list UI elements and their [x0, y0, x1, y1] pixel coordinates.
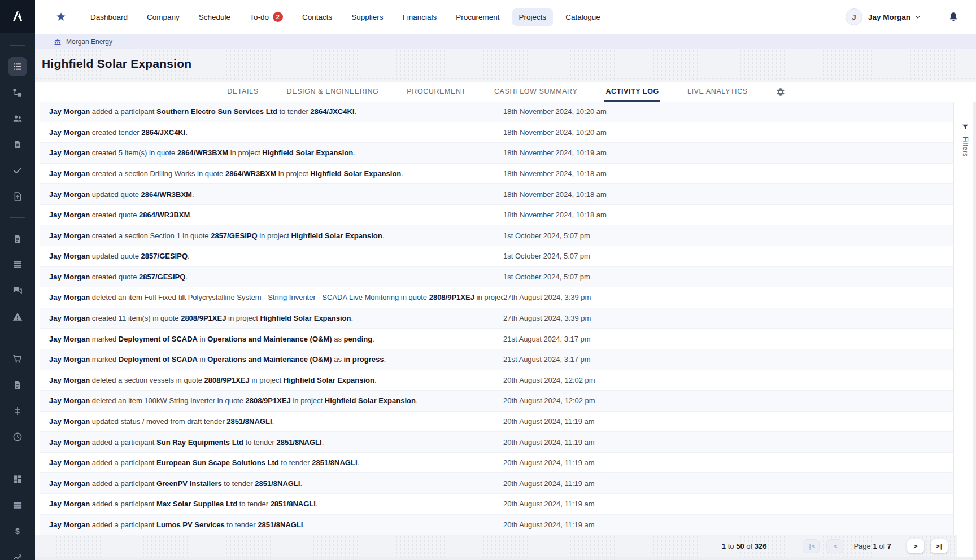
activity-text: Jay Morgan deleted an item Full Fixed-ti… [49, 293, 503, 301]
sidebar-item-file-upload[interactable] [8, 187, 27, 206]
app-logo[interactable] [0, 0, 35, 33]
activity-text: Jay Morgan created a section Drilling Wo… [49, 169, 503, 178]
activity-text: Jay Morgan deleted an item 100kW String … [49, 396, 503, 405]
filters-label: Filters [961, 137, 969, 156]
nav-item-dashboard[interactable]: Dashboard [84, 8, 134, 26]
nav-item-to-do[interactable]: To-do2 [243, 7, 290, 27]
activity-list-icon [12, 61, 23, 72]
nav-item-financials[interactable]: Financials [395, 8, 443, 26]
tab-design-engineering[interactable]: DESIGN & ENGINEERING [286, 82, 380, 102]
sidebar-item-dashboard[interactable] [8, 470, 27, 489]
top-bar: DashboardCompanyScheduleTo-do2ContactsSu… [35, 0, 976, 34]
nav-item-procurement[interactable]: Procurement [449, 8, 506, 26]
breadcrumb-company[interactable]: Morgan Energy [66, 38, 112, 46]
tab-cashflow-summary[interactable]: CASHFLOW SUMMARY [493, 82, 579, 102]
activity-text: Jay Morgan updated quote 2864/WR3BXM. [49, 190, 503, 199]
activity-timestamp: 20th August 2024, 12:02 pm [503, 396, 595, 405]
tab-details[interactable]: DETAILS [226, 82, 259, 102]
activity-timestamp: 1st October 2024, 5:07 pm [503, 252, 590, 260]
sidebar-item-trend[interactable] [8, 548, 27, 560]
nav-item-projects[interactable]: Projects [512, 8, 554, 26]
invoice-icon [12, 379, 23, 391]
pagination-of-word: of [746, 542, 752, 550]
sidebar-item-tune[interactable] [8, 401, 27, 421]
sidebar-item-invoice[interactable] [8, 375, 27, 395]
activity-row: Jay Morgan marked Deployment of SCADA in… [40, 329, 953, 349]
activity-row: Jay Morgan added a participant Southern … [40, 102, 953, 123]
document-alt-icon [12, 233, 23, 244]
user-avatar[interactable]: J [846, 8, 862, 25]
first-page-button[interactable]: |< [803, 539, 820, 553]
activity-timestamp: 18th November 2024, 10:20 am [503, 107, 607, 116]
activity-timestamp: 27th August 2024, 3:39 pm [503, 293, 591, 301]
favorite-star-icon[interactable] [55, 11, 67, 23]
prev-page-button[interactable]: < [826, 539, 843, 553]
activity-timestamp: 20th August 2024, 11:19 am [503, 520, 595, 529]
breadcrumb: Morgan Energy [35, 34, 976, 49]
pagination-total: 326 [755, 542, 767, 550]
sidebar-item-document[interactable] [8, 135, 27, 154]
next-page-button[interactable]: > [907, 539, 924, 553]
activity-row: Jay Morgan created 11 item(s) in quote 2… [40, 308, 953, 329]
tab-settings-button[interactable] [776, 82, 785, 102]
sidebar-item-document-alt[interactable] [8, 229, 27, 248]
activity-timestamp: 18th November 2024, 10:18 am [503, 190, 607, 199]
page-title: Highfield Solar Expansion [42, 57, 976, 71]
nav-item-schedule[interactable]: Schedule [192, 8, 237, 26]
page-header: Highfield Solar Expansion [35, 49, 976, 82]
activity-timestamp: 18th November 2024, 10:18 am [503, 211, 607, 219]
page-indicator: Page 1 of 7 [853, 542, 891, 550]
sidebar-item-finance-dollar[interactable]: $ [8, 522, 27, 541]
tab-activity-log[interactable]: ACTIVITY LOG [604, 82, 660, 102]
nav-item-company[interactable]: Company [140, 8, 186, 26]
sidebar-item-tasks-check[interactable] [8, 161, 27, 180]
chevron-down-icon[interactable] [914, 13, 922, 21]
activity-text: Jay Morgan added a participant GreenPV I… [49, 479, 503, 488]
activity-row: Jay Morgan created tender 2864/JXC4KI.18… [40, 123, 953, 143]
sidebar-item-rows[interactable] [8, 255, 27, 274]
nav-item-label: Catalogue [565, 13, 600, 21]
logo-mark-icon [10, 9, 25, 24]
activity-timestamp: 1st October 2024, 5:07 pm [503, 273, 590, 281]
page-total: 7 [887, 542, 891, 550]
sidebar-item-table[interactable] [8, 496, 27, 515]
activity-text: Jay Morgan marked Deployment of SCADA in… [49, 355, 503, 364]
activity-row: Jay Morgan created a section Section 1 i… [40, 225, 953, 246]
filters-panel-toggle[interactable]: Filters [957, 102, 973, 557]
cart-icon [12, 353, 23, 365]
svg-text:$: $ [15, 527, 20, 536]
nav-item-contacts[interactable]: Contacts [295, 8, 339, 26]
nav-item-suppliers[interactable]: Suppliers [345, 8, 390, 26]
nav-item-label: Procurement [456, 13, 499, 21]
activity-row: Jay Morgan added a participant European … [40, 453, 953, 474]
activity-row: Jay Morgan deleted an item Full Fixed-ti… [40, 287, 953, 308]
activity-row: Jay Morgan created quote 2864/WR3BXM.18t… [40, 205, 953, 226]
last-page-button[interactable]: >| [931, 539, 948, 553]
activity-text: Jay Morgan deleted a section vessels in … [49, 376, 503, 384]
activity-text: Jay Morgan updated status / moved from d… [49, 417, 503, 426]
tab-procurement[interactable]: PROCUREMENT [406, 82, 467, 102]
sidebar-item-chat[interactable] [8, 281, 27, 300]
bell-icon[interactable] [948, 11, 959, 23]
tasks-check-icon [12, 165, 23, 176]
sidebar-item-cart[interactable] [8, 349, 27, 369]
activity-text: Jay Morgan added a participant Lumos PV … [49, 520, 503, 529]
user-name[interactable]: Jay Morgan [868, 13, 910, 21]
activity-text: Jay Morgan created 11 item(s) in quote 2… [49, 314, 503, 322]
activity-timestamp: 20th August 2024, 11:19 am [503, 479, 595, 488]
tune-icon [12, 405, 23, 417]
pagination-summary: 1 to 50 of 326 [722, 542, 767, 550]
rows-icon [12, 259, 23, 270]
nav-item-catalogue[interactable]: Catalogue [559, 8, 607, 26]
tab-live-analytics[interactable]: LIVE ANALYTICS [686, 82, 749, 102]
activity-row: Jay Morgan created a section Drilling Wo… [40, 164, 953, 185]
sidebar-item-warning[interactable] [8, 307, 27, 326]
top-nav: DashboardCompanyScheduleTo-do2ContactsSu… [84, 7, 607, 27]
activity-timestamp: 1st October 2024, 5:07 pm [503, 231, 590, 240]
sidebar-item-org-chart[interactable] [8, 83, 27, 102]
sidebar-divider [10, 458, 25, 458]
sidebar-item-team[interactable] [8, 109, 27, 128]
nav-item-label: Contacts [302, 13, 332, 21]
sidebar-item-clock[interactable] [8, 427, 27, 447]
sidebar-item-activity-list[interactable] [8, 57, 27, 76]
